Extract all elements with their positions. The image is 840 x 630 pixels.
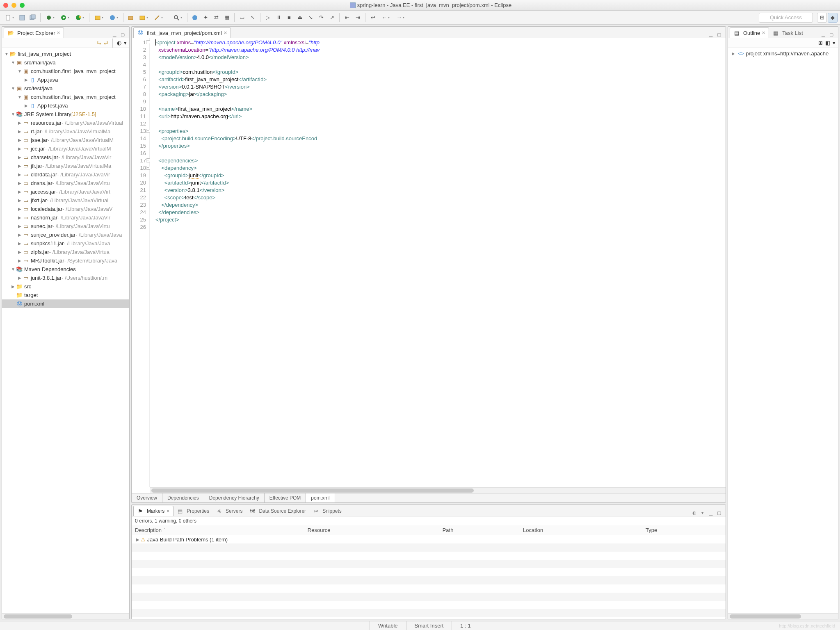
xml-button[interactable]: ✦	[201, 13, 210, 23]
column-header[interactable]: Description	[132, 525, 304, 535]
tab-data source explorer[interactable]: 🗺Data Source Explorer	[246, 506, 309, 516]
save-all-button[interactable]	[28, 13, 38, 23]
tree-row[interactable]: ▶▭zipfs.jar - /Library/Java/JavaVirtua	[2, 248, 129, 256]
open-perspective-button[interactable]: ⊞	[817, 13, 827, 23]
maximize-view-icon[interactable]: ▢	[119, 31, 126, 38]
tree-row[interactable]: Ⓜpom.xml	[2, 299, 129, 308]
tree-row[interactable]: ▼▣src/main/java	[2, 58, 129, 67]
tree-row[interactable]: ▶📁src	[2, 282, 129, 291]
tree-row[interactable]: ▶▭sunpkcs11.jar - /Library/Java/Java	[2, 239, 129, 248]
minimize-view-icon[interactable]: ▁	[820, 31, 826, 38]
tree-row[interactable]: ▶▭cldrdata.jar - /Library/Java/JavaVir	[2, 170, 129, 179]
last-edit-button[interactable]: ↩	[368, 13, 378, 23]
editor-bottom-tab[interactable]: Dependency Hierarchy	[204, 493, 265, 502]
toggle-breadcrumb-button[interactable]: ▭	[237, 13, 247, 23]
terminate-button[interactable]: ■	[284, 13, 294, 23]
horizontal-scrollbar[interactable]	[728, 613, 838, 619]
project-explorer-tree[interactable]: ▼📂first_java_mvn_project▼▣src/main/java▼…	[2, 48, 129, 310]
search-button[interactable]	[171, 13, 185, 23]
tree-row[interactable]: ▼📚Maven Dependencies	[2, 265, 129, 274]
tree-row[interactable]: ▶▭jfr.jar - /Library/Java/JavaVirtualMa	[2, 162, 129, 170]
tree-row[interactable]: ▶▭jaccess.jar - /Library/Java/JavaVirt	[2, 187, 129, 196]
tree-row[interactable]: ▶▭sunjce_provider.jar - /Library/Java/Ja…	[2, 231, 129, 239]
tree-row[interactable]: ▶▭jsse.jar - /Library/Java/JavaVirtualM	[2, 136, 129, 144]
save-button[interactable]	[17, 13, 27, 23]
tree-row[interactable]: ▶▯App.java	[2, 75, 129, 84]
tree-row[interactable]: ▶▭jfxrt.jar - /Library/Java/JavaVirtual	[2, 196, 129, 205]
tree-row[interactable]: ▼▣com.hustlion.first_java_mvn_project	[2, 93, 129, 101]
outline-sort-icon[interactable]: ⊞	[818, 40, 823, 46]
close-icon[interactable]: ✕	[166, 509, 170, 514]
tree-row[interactable]: ▼📚JRE System Library [J2SE-1.5]	[2, 110, 129, 119]
step-return-button[interactable]: ↗	[327, 13, 337, 23]
tool-button[interactable]: ▦	[222, 13, 232, 23]
quick-access-field[interactable]: Quick Access	[759, 13, 813, 23]
run-button[interactable]	[58, 13, 72, 23]
close-icon[interactable]: ✕	[57, 30, 60, 36]
pin-button[interactable]: ⤡	[248, 13, 258, 23]
zoom-window-icon[interactable]	[20, 3, 25, 8]
prev-annotation-button[interactable]: ⇤	[342, 13, 352, 23]
close-icon[interactable]: ✕	[762, 30, 765, 36]
tree-row[interactable]: ▼▣src/test/java	[2, 84, 129, 93]
window-controls[interactable]	[3, 3, 25, 8]
view-menu-icon[interactable]: ▾	[833, 40, 835, 46]
editor-horizontal-scrollbar[interactable]	[150, 487, 726, 493]
column-header[interactable]: Type	[642, 525, 726, 535]
web-browser-button[interactable]	[190, 13, 200, 23]
tab-pom-xml[interactable]: Ⓜfirst_java_mvn_project/pom.xml ✕	[133, 27, 231, 38]
tab-properties[interactable]: ▤Properties	[173, 506, 212, 516]
tree-row[interactable]: ▶▭rt.jar - /Library/Java/JavaVirtualMa	[2, 127, 129, 136]
close-icon[interactable]: ✕	[224, 30, 227, 36]
tab-servers[interactable]: ✳Servers	[212, 506, 246, 516]
editor-bottom-tab[interactable]: Dependencies	[162, 493, 204, 502]
debug-button[interactable]	[43, 13, 57, 23]
maximize-view-icon[interactable]: ▢	[716, 509, 722, 516]
tab-markers[interactable]: ⚑Markers ✕	[133, 506, 173, 516]
new-button[interactable]	[2, 13, 16, 23]
wand-button[interactable]	[151, 13, 165, 23]
resume-button[interactable]: ▷	[263, 13, 273, 23]
link-editor-icon[interactable]: ⇄	[104, 40, 108, 46]
focus-task-icon[interactable]: ◐	[117, 40, 121, 46]
disconnect-button[interactable]: ⏏	[295, 13, 305, 23]
editor-bottom-tab[interactable]: pom.xml	[306, 493, 335, 502]
maximize-view-icon[interactable]: ▢	[716, 31, 722, 38]
step-over-button[interactable]: ↷	[316, 13, 326, 23]
focus-icon[interactable]: ◐	[691, 509, 698, 516]
tree-row[interactable]: ▶▭dnsns.jar - /Library/Java/JavaVirtu	[2, 179, 129, 187]
minimize-window-icon[interactable]	[11, 3, 16, 8]
open-type-button[interactable]	[137, 13, 151, 23]
new-server-button[interactable]	[107, 13, 121, 23]
close-window-icon[interactable]	[3, 3, 8, 8]
link-button[interactable]: ⇄	[211, 13, 221, 23]
tree-row[interactable]: ▶▭sunec.jar - /Library/Java/JavaVirtu	[2, 222, 129, 231]
back-button[interactable]: ←	[379, 13, 393, 23]
tree-row[interactable]: ▼▣com.hustlion.first_java_mvn_project	[2, 67, 129, 75]
editor-bottom-tab[interactable]: Effective POM	[265, 493, 306, 502]
collapse-all-icon[interactable]: ⇆	[97, 40, 101, 46]
tree-row[interactable]: ▶▭charsets.jar - /Library/Java/JavaVir	[2, 153, 129, 162]
javaee-perspective-button[interactable]: ◆	[828, 13, 838, 23]
markers-body[interactable]: ▶ ⚠ Java Build Path Problems (1 item)	[132, 535, 726, 617]
tree-row[interactable]: ▶▭nashorn.jar - /Library/Java/JavaVir	[2, 213, 129, 222]
editor-area[interactable]: 1−2345678910111213−14151617−18−192021222…	[132, 38, 726, 487]
tree-row[interactable]: 📁target	[2, 291, 129, 299]
step-into-button[interactable]: ↘	[306, 13, 315, 23]
horizontal-scrollbar[interactable]	[2, 613, 129, 619]
tab-project-explorer[interactable]: 📂Project Explorer ✕	[4, 27, 64, 38]
editor-bottom-tab[interactable]: Overview	[132, 493, 162, 502]
view-menu-icon[interactable]: ▾	[124, 40, 127, 46]
tab-task-list[interactable]: ▦Task List	[769, 28, 806, 38]
tree-row[interactable]: ▶▭jce.jar - /Library/Java/JavaVirtualM	[2, 144, 129, 153]
minimize-view-icon[interactable]: ▁	[708, 31, 714, 38]
column-header[interactable]: Resource	[304, 525, 439, 535]
tree-row[interactable]: ▶▭MRJToolkit.jar - /System/Library/Java	[2, 256, 129, 265]
column-header[interactable]: Path	[439, 525, 520, 535]
tab-outline[interactable]: ▤Outline ✕	[730, 27, 769, 38]
outline-tree[interactable]: ▶<>project xmlns=http://maven.apache	[728, 48, 838, 613]
run-last-button[interactable]	[73, 13, 87, 23]
view-menu-icon[interactable]: ▾	[699, 509, 706, 516]
minimize-view-icon[interactable]: ▁	[708, 509, 714, 516]
tree-row[interactable]: ▶▭junit-3.8.1.jar - /Users/hustlion/.m	[2, 274, 129, 282]
